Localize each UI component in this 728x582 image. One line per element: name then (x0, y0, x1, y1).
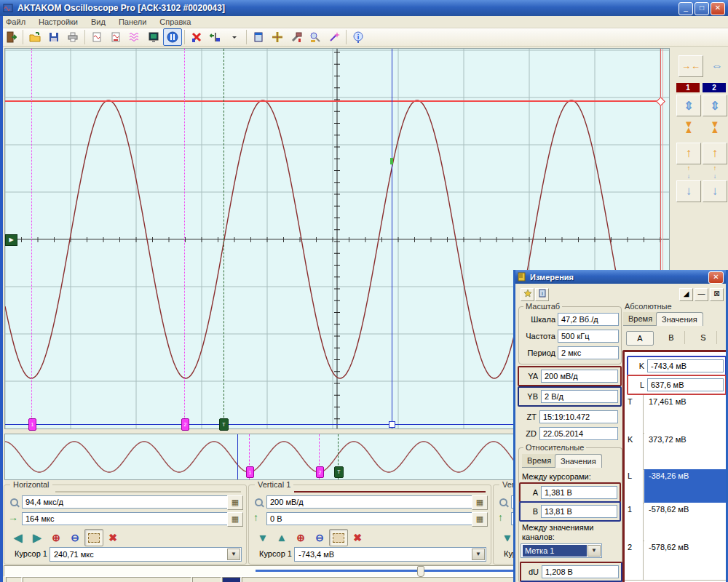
delete-cursor-icon[interactable] (187, 28, 206, 46)
slider-thumb[interactable] (417, 566, 424, 577)
scroll-down-button[interactable]: ▼ (253, 529, 272, 546)
pin-panel-icon[interactable]: ◢ (679, 288, 693, 301)
ch1-expand-vertical-button[interactable]: ⇕ (676, 95, 701, 116)
reset-zoom-button[interactable]: ✖ (103, 529, 122, 546)
horizontal-cursor-dropdown[interactable]: 240,71 мкс ▼ (50, 547, 242, 562)
dialog-title-bar[interactable]: Измерения ✕ (515, 270, 726, 284)
copy-waveform-alt-icon[interactable] (106, 28, 125, 46)
ch2-nudge-down-button[interactable]: ↓ (703, 171, 727, 180)
menu-help[interactable]: Справка (159, 17, 191, 26)
exit-icon[interactable] (1, 28, 20, 46)
scale-value-field[interactable]: 47,2 Вб./д (558, 313, 619, 326)
ch2-compress-vertical-button[interactable]: ▼▲ (703, 116, 727, 138)
cursor1-handle[interactable]: 1 (28, 418, 36, 431)
zoom-out-button[interactable]: ⊖ (310, 529, 329, 546)
vertical1-scale-field[interactable]: 200 мВ/д (266, 495, 473, 509)
horizontal-offset-field[interactable]: 164 мкс (22, 512, 229, 525)
menu-settings[interactable]: Настройки (39, 17, 78, 26)
ch1-nudge-down-button[interactable]: ↓ (676, 171, 701, 180)
tab-relative-time[interactable]: Время (522, 454, 557, 468)
dropdown-caret-icon[interactable] (225, 28, 244, 46)
wizard-icon[interactable] (325, 28, 344, 46)
zd-field[interactable]: 22.05.2014 (539, 427, 618, 440)
cursor-b-field[interactable]: 13,81 В (541, 505, 617, 518)
marquee-zoom-button[interactable] (84, 529, 103, 546)
ch1-move-up-button[interactable]: ↑ (676, 143, 701, 164)
cursor2-handle[interactable]: 2 (181, 418, 189, 431)
open-folder-icon[interactable] (25, 28, 44, 46)
list-row-selected[interactable]: L -384,26 мВ (625, 469, 728, 503)
dropdown-arrow-icon[interactable]: ▼ (472, 549, 485, 560)
scroll-up-button[interactable]: ▲ (272, 529, 291, 546)
pause-icon[interactable] (163, 28, 182, 46)
scroll-left-button[interactable]: ◀ (9, 529, 28, 546)
favorite-icon[interactable] (521, 288, 534, 301)
list-row[interactable]: K 373,72 мВ (625, 433, 728, 470)
zoom-in-button[interactable]: ⊕ (291, 529, 310, 546)
vertical1-scale-keypad-button[interactable]: ▦ (472, 495, 488, 510)
ya-field[interactable]: 200 мВ/д (541, 370, 618, 383)
info-icon[interactable]: i (349, 28, 368, 46)
title-bar[interactable]: AKTAKOM Oscilloscope Pro [АСК-3102 #0020… (0, 0, 728, 16)
marker-line[interactable] (392, 49, 392, 428)
trigger-handle[interactable]: T (219, 418, 229, 431)
horizontal-scale-keypad-button[interactable]: ▦ (227, 495, 243, 510)
maximize-button-icon[interactable]: □ (695, 2, 709, 15)
dropdown-arrow-icon[interactable]: ▼ (587, 545, 601, 557)
label-select-dropdown[interactable]: Метка 1 ▼ (521, 543, 602, 558)
period-value-field[interactable]: 2 мкс (558, 346, 619, 359)
cursor1-line[interactable] (31, 49, 32, 428)
scroll-right-button[interactable]: ▶ (28, 529, 47, 546)
list-row[interactable]: 2 -578,62 мВ (625, 541, 728, 581)
frequency-value-field[interactable]: 500 кГц (558, 330, 619, 343)
l-cursor-field[interactable]: 637,6 мВ (647, 378, 724, 391)
display-icon[interactable] (144, 28, 163, 46)
dialog-maximize-icon[interactable]: ⊠ (710, 288, 724, 301)
save-icon[interactable] (44, 28, 63, 46)
minimize-button-icon[interactable]: _ (678, 2, 693, 15)
reset-zoom-button[interactable]: ✖ (348, 529, 367, 546)
trigger-position-line[interactable] (223, 49, 224, 428)
expand-horizontal-button[interactable]: ⇔ (705, 55, 728, 77)
list-row[interactable]: 1 -578,62 мВ (625, 503, 728, 541)
menu-file[interactable]: Файл (6, 17, 25, 26)
list-row[interactable]: T 17,461 мВ (625, 395, 728, 434)
tab-relative-values[interactable]: Значения (555, 454, 602, 468)
compress-horizontal-button[interactable]: →← (678, 55, 703, 77)
vertical1-offset-field[interactable]: 0 В (266, 512, 473, 525)
marker-handle[interactable] (389, 421, 395, 428)
measurements-dialog[interactable]: Измерения ✕ i ◢ — ⊠ Масштаб Шкала 47,2 В… (513, 270, 728, 582)
overview-trigger-handle[interactable]: T (334, 466, 344, 478)
subtab-a[interactable]: A (626, 331, 654, 346)
waveforms-icon[interactable] (125, 28, 144, 46)
copy-waveform-icon[interactable] (87, 28, 106, 46)
ch2-move-up-button[interactable]: ↑ (703, 143, 727, 164)
menu-panels[interactable]: Панели (119, 17, 146, 26)
vertical1-offset-keypad-button[interactable]: ▦ (472, 512, 488, 527)
cursor2-line[interactable] (184, 49, 185, 428)
du-field[interactable]: 1,208 В (542, 565, 619, 578)
info-panel-icon[interactable]: i (535, 288, 549, 301)
ch1-compress-vertical-button[interactable]: ▼▲ (676, 116, 701, 138)
dialog-close-icon[interactable]: ✕ (708, 271, 724, 284)
k-cursor-field[interactable]: -743,4 мВ (647, 359, 724, 372)
dropdown-arrow-icon[interactable]: ▼ (227, 549, 240, 560)
tools-icon[interactable] (287, 28, 306, 46)
status-button[interactable] (6, 577, 22, 582)
tab-absolute-values[interactable]: Значения (656, 312, 703, 326)
marquee-zoom-button[interactable] (329, 529, 348, 546)
subtab-s[interactable]: S (690, 331, 717, 344)
subtab-b[interactable]: B (658, 331, 685, 344)
tab-absolute-time[interactable]: Время (623, 312, 658, 326)
search-settings-icon[interactable] (306, 28, 325, 46)
yb-field[interactable]: 2 В/д (541, 390, 618, 403)
vertical1-cursor-dropdown[interactable]: -743,4 мВ ▼ (294, 547, 486, 562)
zoom-in-button[interactable]: ⊕ (47, 529, 66, 546)
cursor-a-field[interactable]: 1,381 В (541, 486, 617, 499)
trigger-level-marker[interactable]: ▶ (5, 234, 17, 246)
level-marker-line[interactable] (5, 100, 663, 102)
ch2-expand-vertical-button[interactable]: ⇕ (703, 95, 727, 116)
horizontal-scale-field[interactable]: 94,4 мкс/д (22, 495, 229, 509)
panel-icon[interactable] (249, 28, 268, 46)
ch2-move-down-button[interactable]: ↓ (703, 180, 727, 202)
